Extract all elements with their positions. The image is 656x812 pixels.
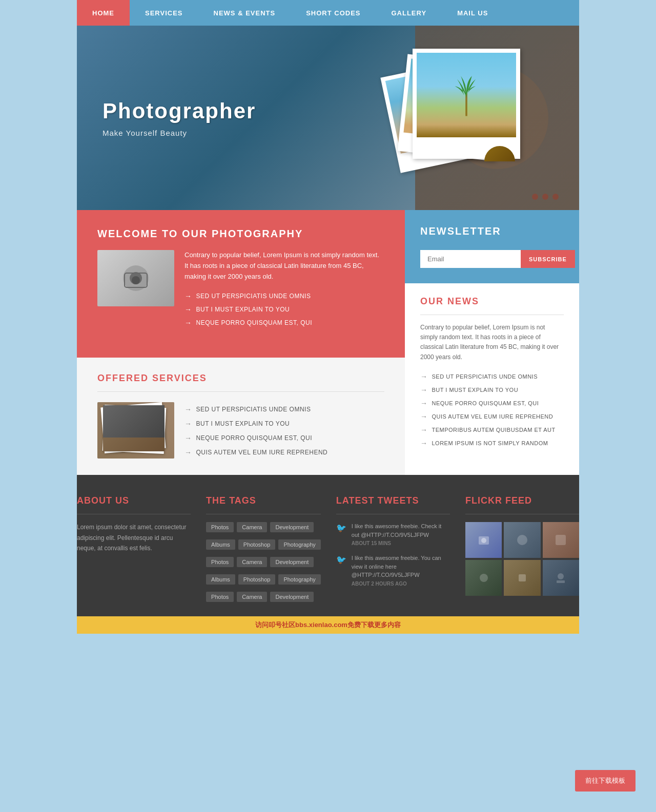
- our-news-title: Our News: [420, 296, 564, 307]
- tag-dev-3[interactable]: Development: [270, 592, 314, 602]
- tweet-time-2: About 2 Hours Ago: [352, 581, 450, 587]
- welcome-list-item: →But I must explain to you: [184, 303, 384, 316]
- footer-about-title: About Us: [77, 495, 191, 506]
- tags-grid: Photos Camera Development Albums Photosh…: [206, 522, 321, 606]
- main-content: Welcome to Our Photography: [77, 210, 579, 475]
- services-body: →Sed ut perspiciatis unde omnis →But I m…: [97, 402, 384, 460]
- news-item: →Lorem ipsum is not simply random: [420, 436, 564, 450]
- tweet-item-1: 🐦 I like this awesome freebie. Check it …: [336, 522, 450, 546]
- polaroid-stack: [384, 46, 528, 190]
- hero-subtitle: Make Yourself Beauty: [102, 129, 308, 137]
- tweet-time-1: About 15 Mins: [352, 540, 450, 546]
- newsletter-subscribe-button[interactable]: Subscribe: [521, 250, 575, 268]
- welcome-list: →Sed ut perspiciatis unde omnis →But I m…: [184, 289, 384, 329]
- news-item: →Neque porro quisquam est, qui: [420, 397, 564, 410]
- services-title: Offered Services: [97, 373, 384, 384]
- footer-tweets-title: Latest Tweets: [336, 495, 450, 506]
- left-column: Welcome to Our Photography: [77, 210, 405, 475]
- nav-services[interactable]: Services: [130, 0, 198, 26]
- tag-photos-3[interactable]: Photos: [206, 592, 234, 602]
- flickr-thumb-4[interactable]: [465, 560, 502, 596]
- nav-mail-us[interactable]: Mail Us: [442, 0, 503, 26]
- hero-title: Photographer: [102, 99, 308, 123]
- services-image: [97, 402, 174, 459]
- tag-photos-2[interactable]: Photos: [206, 557, 234, 567]
- tag-camera-2[interactable]: Camera: [237, 557, 267, 567]
- newsletter-title: Newsletter: [420, 225, 564, 237]
- welcome-list-item: →Neque porro quisquam est, qui: [184, 316, 384, 329]
- footer-flickr-title: Flickr Feed: [465, 495, 579, 506]
- svg-point-5: [481, 538, 486, 543]
- news-item: →But I must explain to you: [420, 383, 564, 397]
- tweet-item-2: 🐦 I like this awesome freebie. You can v…: [336, 554, 450, 587]
- tag-photos-1[interactable]: Photos: [206, 522, 234, 532]
- hero-image-area: [333, 46, 579, 190]
- welcome-title: Welcome to Our Photography: [97, 228, 384, 240]
- footer-about-text: Lorem ipsum dolor sit amet, consectetur …: [77, 522, 191, 553]
- tweet-text-2: I like this awesome freebie. You can vie…: [352, 554, 450, 579]
- footer: About Us Lorem ipsum dolor sit amet, con…: [77, 475, 579, 616]
- newsletter-form: Subscribe: [420, 250, 564, 268]
- tags-row: Photos Camera Development: [206, 592, 314, 602]
- service-item: →Quis autem vel eum iure reprehend: [184, 445, 384, 460]
- tag-dev-1[interactable]: Development: [270, 522, 314, 532]
- tweet-content-2: I like this awesome freebie. You can vie…: [352, 554, 450, 587]
- newsletter-section: Newsletter Subscribe: [405, 210, 579, 283]
- twitter-icon-2: 🐦: [336, 555, 346, 587]
- twitter-icon: 🐦: [336, 523, 346, 546]
- footer-tags: The Tags Photos Camera Development Album…: [206, 495, 321, 606]
- footer-tags-title: The Tags: [206, 495, 321, 506]
- nav-gallery[interactable]: Gallery: [376, 0, 442, 26]
- tag-photography-1[interactable]: Photography: [278, 539, 320, 550]
- our-news-body: Contrary to popular belief, Lorem Ipsum …: [420, 323, 564, 362]
- footer-inner: About Us Lorem ipsum dolor sit amet, con…: [77, 495, 579, 606]
- service-item: →Sed ut perspiciatis unde omnis: [184, 402, 384, 417]
- tag-albums-1[interactable]: Albums: [206, 539, 235, 550]
- tags-row: Albums Photoshop Photography: [206, 574, 321, 585]
- footer-tweets: Latest Tweets 🐦 I like this awesome free…: [336, 495, 450, 606]
- welcome-text: Contrary to popular belief, Lorem Ipsum …: [184, 250, 384, 329]
- tags-row: Photos Camera Development: [206, 557, 314, 567]
- tag-photography-2[interactable]: Photography: [278, 574, 320, 585]
- svg-rect-9: [519, 574, 526, 581]
- tag-photoshop-2[interactable]: Photoshop: [238, 574, 276, 585]
- service-item: →Neque porro quisquam est, qui: [184, 431, 384, 445]
- footer-about: About Us Lorem ipsum dolor sit amet, con…: [77, 495, 191, 606]
- tag-camera-3[interactable]: Camera: [237, 592, 267, 602]
- nav-news-events[interactable]: News & Events: [198, 0, 291, 26]
- flickr-thumb-3[interactable]: [543, 522, 579, 558]
- news-item: →Temporibus autem quibusdam et aut: [420, 423, 564, 436]
- svg-point-6: [517, 535, 527, 545]
- tweet-text-1: I like this awesome freebie. Check it ou…: [352, 522, 450, 539]
- svg-point-8: [480, 574, 488, 582]
- flickr-grid: [465, 522, 579, 596]
- svg-rect-7: [556, 535, 566, 545]
- svg-point-10: [558, 573, 564, 579]
- tweet-content-1: I like this awesome freebie. Check it ou…: [352, 522, 450, 546]
- our-news-list: →Sed ut perspiciatis unde omnis →But I m…: [420, 370, 564, 450]
- flickr-thumb-6[interactable]: [543, 560, 579, 596]
- news-item: →Quis autem vel eum iure reprehend: [420, 410, 564, 423]
- flickr-thumb-5[interactable]: [504, 560, 540, 596]
- nav-short-codes[interactable]: Short Codes: [291, 0, 376, 26]
- our-news-section: Our News Contrary to popular belief, Lor…: [405, 283, 579, 463]
- tag-albums-2[interactable]: Albums: [206, 574, 235, 585]
- svg-point-3: [132, 276, 140, 284]
- tags-row: Albums Photoshop Photography: [206, 539, 321, 550]
- welcome-section: Welcome to Our Photography: [77, 210, 405, 358]
- nav-home[interactable]: Home: [77, 0, 130, 26]
- welcome-body: Contrary to popular belief, Lorem Ipsum …: [97, 250, 384, 329]
- tag-photoshop-1[interactable]: Photoshop: [238, 539, 276, 550]
- svg-rect-11: [557, 580, 565, 583]
- flickr-thumb-2[interactable]: [504, 522, 540, 558]
- watermark: 访问叩号社区bbs.xienlao.com免费下载更多内容: [77, 616, 579, 634]
- newsletter-email-input[interactable]: [420, 250, 521, 268]
- services-divider: [97, 391, 384, 392]
- right-column: Newsletter Subscribe Our News Contrary t…: [405, 210, 579, 475]
- tags-row: Photos Camera Development: [206, 522, 314, 532]
- flickr-thumb-1[interactable]: [465, 522, 502, 558]
- welcome-image: [97, 250, 174, 306]
- tag-dev-2[interactable]: Development: [270, 557, 314, 567]
- tag-camera-1[interactable]: Camera: [237, 522, 267, 532]
- welcome-list-item: →Sed ut perspiciatis unde omnis: [184, 289, 384, 303]
